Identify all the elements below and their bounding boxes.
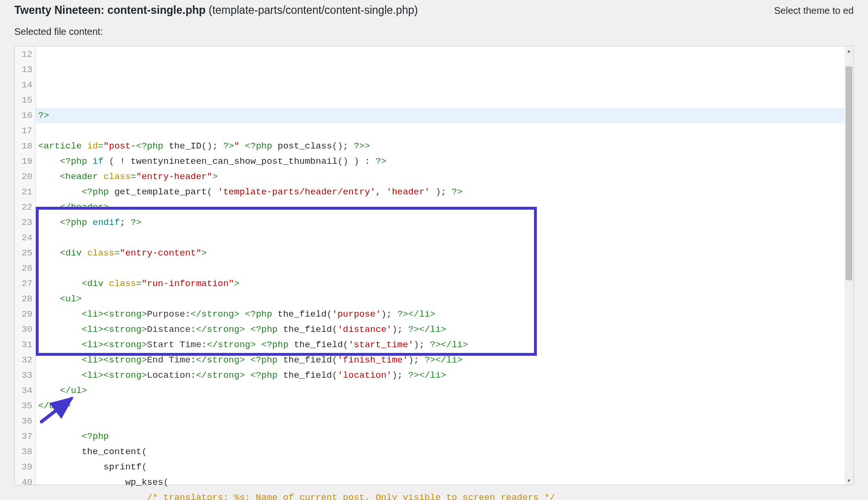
- code-line[interactable]: [36, 261, 853, 276]
- code-line[interactable]: <li><strong>Purpose:</strong> <?php the_…: [36, 307, 853, 322]
- line-number: 23: [15, 215, 35, 230]
- code-line[interactable]: </ul>: [36, 383, 853, 398]
- line-number: 28: [15, 291, 35, 307]
- line-number: 31: [15, 337, 35, 352]
- code-line[interactable]: </div>: [36, 398, 853, 414]
- code-line[interactable]: /* translators: %s: Name of current post…: [36, 490, 853, 500]
- title-theme: Twenty Nineteen:: [14, 4, 107, 16]
- line-number: 24: [15, 230, 35, 245]
- code-line[interactable]: <div class="run-information">: [36, 276, 853, 291]
- code-line[interactable]: <?php: [36, 429, 853, 444]
- line-number: 16: [15, 108, 35, 123]
- line-number: 30: [15, 322, 35, 337]
- code-content[interactable]: ?><article id="post-<?php the_ID(); ?>" …: [36, 46, 853, 485]
- line-number: 38: [15, 444, 35, 459]
- title-filename: content-single.php: [107, 4, 206, 16]
- code-line[interactable]: <?php get_template_part( 'template-parts…: [36, 184, 853, 200]
- code-line[interactable]: <?php endif; ?>: [36, 215, 853, 230]
- code-line[interactable]: <li><strong>Location:</strong> <?php the…: [36, 368, 853, 383]
- line-number: 12: [15, 47, 35, 62]
- scroll-up-icon[interactable]: ▲: [845, 46, 853, 55]
- line-number: 36: [15, 414, 35, 429]
- line-number: 25: [15, 245, 35, 261]
- line-number: 35: [15, 398, 35, 414]
- line-number: 19: [15, 154, 35, 169]
- line-number: 34: [15, 383, 35, 398]
- vertical-scrollbar[interactable]: ▲ ▼: [845, 46, 853, 485]
- line-number: 32: [15, 352, 35, 368]
- line-number: 18: [15, 138, 35, 154]
- line-number: 39: [15, 459, 35, 475]
- page-header: Twenty Nineteen: content-single.php (tem…: [0, 0, 868, 21]
- code-line[interactable]: wp_kses(: [36, 475, 853, 490]
- page-title: Twenty Nineteen: content-single.php (tem…: [14, 4, 418, 17]
- code-line[interactable]: <article id="post-<?php the_ID(); ?>" <?…: [36, 138, 853, 154]
- code-line[interactable]: <li><strong>End Time:</strong> <?php the…: [36, 352, 853, 368]
- code-line[interactable]: ?>: [36, 108, 853, 123]
- line-number: 40: [15, 475, 35, 490]
- line-number: 15: [15, 93, 35, 108]
- code-line[interactable]: [36, 123, 853, 138]
- line-number-gutter: 1213141516171819202122232425262728293031…: [15, 46, 36, 485]
- line-number: 29: [15, 307, 35, 322]
- code-line[interactable]: [36, 230, 853, 245]
- code-line[interactable]: <li><strong>Distance:</strong> <?php the…: [36, 322, 853, 337]
- code-line[interactable]: <header class="entry-header">: [36, 169, 853, 184]
- line-number: 17: [15, 123, 35, 138]
- code-editor[interactable]: 1213141516171819202122232425262728293031…: [14, 46, 854, 485]
- code-line[interactable]: <li><strong>Start Time:</strong> <?php t…: [36, 337, 853, 352]
- code-line[interactable]: [36, 414, 853, 429]
- code-line[interactable]: <ul>: [36, 291, 853, 307]
- selected-file-label: Selected file content:: [0, 21, 868, 46]
- theme-select-label[interactable]: Select theme to ed: [774, 5, 854, 16]
- line-number: 13: [15, 62, 35, 77]
- code-line[interactable]: the_content(: [36, 444, 853, 459]
- title-filepath: (template-parts/content/content-single.p…: [206, 4, 418, 16]
- scrollbar-thumb[interactable]: [846, 66, 852, 280]
- code-line[interactable]: <?php if ( ! twentynineteen_can_show_pos…: [36, 154, 853, 169]
- line-number: 37: [15, 429, 35, 444]
- code-line[interactable]: </header>: [36, 200, 853, 215]
- line-number: 21: [15, 184, 35, 200]
- code-line[interactable]: sprintf(: [36, 459, 853, 475]
- code-line[interactable]: <div class="entry-content">: [36, 245, 853, 261]
- line-number: 22: [15, 200, 35, 215]
- line-number: 26: [15, 261, 35, 276]
- line-number: 20: [15, 169, 35, 184]
- line-number: 14: [15, 77, 35, 93]
- line-number: 33: [15, 368, 35, 383]
- line-number: 27: [15, 276, 35, 291]
- scroll-down-icon[interactable]: ▼: [845, 476, 853, 485]
